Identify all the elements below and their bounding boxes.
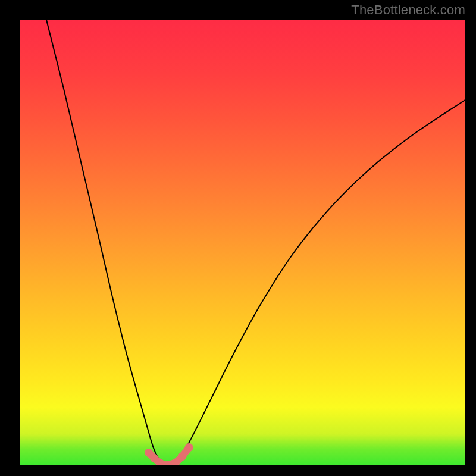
valley-marker-dot (178, 452, 186, 461)
plot-area (20, 20, 465, 465)
curve-right-branch (167, 100, 465, 465)
valley-markers (145, 443, 193, 465)
attribution-watermark: TheBottleneck.com (351, 2, 465, 18)
chart-container: TheBottleneck.com (0, 0, 476, 476)
valley-marker-dot (185, 443, 193, 452)
curve-left-branch (46, 20, 167, 465)
chart-svg (20, 20, 465, 465)
